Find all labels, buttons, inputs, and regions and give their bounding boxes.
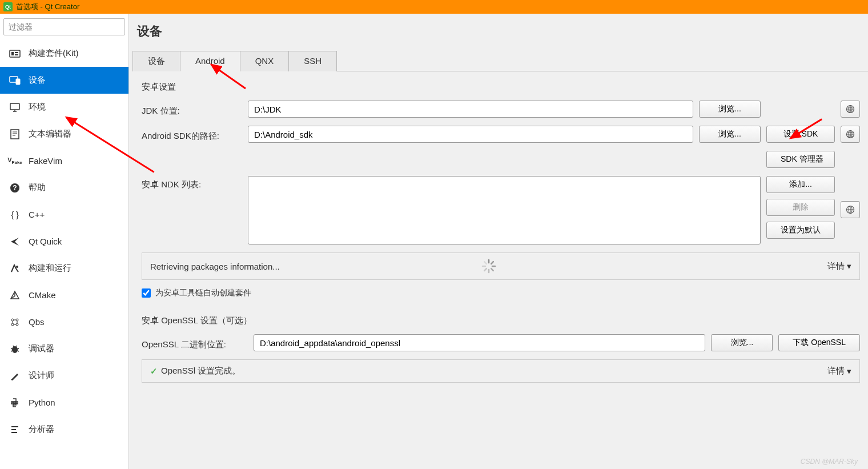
auto-kit-checkbox[interactable] (142, 288, 151, 298)
sidebar-item-design[interactable]: 设计师 (0, 362, 128, 389)
sidebar-item-label: 构建套件(Kit) (29, 48, 79, 59)
svg-text:?: ? (13, 184, 17, 192)
svg-point-24 (12, 346, 18, 353)
python-icon (8, 397, 22, 408)
content-area: 设备 设备AndroidQNXSSH 安卓设置 JDK 位置: 浏览... An… (129, 14, 868, 469)
jdk-globe-button[interactable] (841, 101, 860, 118)
sidebar-item-qbs[interactable]: Qbs (0, 308, 128, 335)
openssl-status-text: OpenSSl 设置完成。 (161, 366, 240, 376)
device-icon (8, 75, 22, 86)
sidebar-item-analyze[interactable]: 分析器 (0, 416, 128, 443)
sidebar-item-monitor[interactable]: 环境 (0, 94, 128, 121)
sdk-label: Android SDK的路径: (142, 127, 242, 142)
window-title: 首选项 - Qt Creator (16, 2, 79, 12)
sidebar-item-text[interactable]: 文本编辑器 (0, 121, 128, 147)
svg-line-26 (17, 348, 19, 349)
jdk-browse-button[interactable]: 浏览... (699, 101, 761, 118)
svg-line-28 (17, 351, 19, 351)
sidebar-list: 构建套件(Kit)设备环境文本编辑器VFakeFakeVim?帮助{ }C++Q… (0, 40, 128, 469)
quick-icon (8, 236, 22, 247)
openssl-details-dropdown[interactable]: 详情 ▾ (827, 366, 851, 376)
text-icon (8, 129, 22, 140)
svg-rect-6 (10, 103, 19, 110)
openssl-input[interactable] (254, 334, 705, 351)
tabs: 设备AndroidQNXSSH (132, 50, 868, 71)
openssl-section-title: 安卓 OpenSSL 设置（可选） (142, 315, 860, 326)
sidebar-item-python[interactable]: Python (0, 389, 128, 416)
sidebar-item-debug[interactable]: 调试器 (0, 335, 128, 362)
jdk-label: JDK 位置: (142, 102, 242, 117)
sidebar-item-cmake[interactable]: CMake (0, 282, 128, 308)
svg-rect-5 (16, 79, 20, 85)
sidebar-item-label: 设计师 (29, 370, 54, 381)
sidebar-item-quick[interactable]: Qt Quick (0, 228, 128, 255)
sidebar-item-label: 帮助 (29, 182, 46, 193)
setup-sdk-button[interactable]: 设置 SDK (766, 126, 835, 143)
ndk-globe-button[interactable] (841, 201, 860, 218)
sdk-browse-button[interactable]: 浏览... (699, 126, 761, 143)
debug-icon (8, 343, 22, 355)
sidebar-item-kit[interactable]: 构建套件(Kit) (0, 40, 128, 67)
vim-icon: VFake (8, 155, 22, 167)
status-text: Retrieving packages information... (150, 262, 481, 271)
openssl-download-button[interactable]: 下载 OpenSSL (778, 334, 860, 351)
sidebar-item-label: FakeVim (29, 156, 62, 166)
chevron-down-icon: ▾ (847, 366, 851, 376)
tab-ssh[interactable]: SSH (288, 51, 337, 71)
status-row: Retrieving packages information... 详情 ▾ (142, 252, 860, 280)
sdk-globe-button[interactable] (841, 126, 860, 143)
cmake-icon (8, 290, 22, 301)
sidebar-item-label: 构建和运行 (29, 263, 71, 274)
monitor-icon (8, 102, 22, 113)
filter-input[interactable] (3, 18, 125, 35)
analyze-icon (8, 424, 22, 435)
svg-rect-1 (11, 52, 14, 55)
qbs-icon (8, 316, 22, 328)
watermark: CSDN @MAR-Sky (801, 458, 858, 466)
svg-rect-3 (15, 54, 18, 55)
sidebar-item-label: C++ (29, 210, 45, 219)
checkmark-icon: ✓ (150, 366, 158, 376)
sidebar-item-label: 设备 (29, 75, 46, 86)
sidebar-item-build[interactable]: 构建和运行 (0, 255, 128, 282)
svg-rect-0 (10, 50, 20, 57)
svg-line-25 (11, 348, 13, 349)
sidebar-item-device[interactable]: 设备 (0, 67, 128, 94)
spinner-icon (481, 259, 496, 274)
openssl-status-row: ✓ OpenSSl 设置完成。 详情 ▾ (142, 359, 860, 383)
sdk-manager-button[interactable]: SDK 管理器 (766, 151, 835, 168)
svg-point-19 (16, 323, 18, 326)
tab-设备[interactable]: 设备 (132, 51, 180, 71)
openssl-label: OpenSSL 二进制位置: (142, 336, 248, 350)
ndk-list[interactable] (248, 176, 761, 244)
svg-point-15 (16, 266, 18, 268)
sidebar-item-label: Qt Quick (29, 236, 62, 246)
svg-line-27 (11, 351, 13, 351)
sidebar-item-vim[interactable]: VFakeFakeVim (0, 147, 128, 174)
details-dropdown[interactable]: 详情 ▾ (827, 261, 851, 272)
ndk-add-button[interactable]: 添加... (766, 176, 835, 193)
svg-point-16 (11, 319, 14, 321)
svg-line-47 (484, 262, 487, 264)
svg-line-41 (491, 262, 493, 264)
titlebar: Qt 首选项 - Qt Creator (0, 0, 868, 14)
sidebar-item-label: 调试器 (29, 343, 54, 354)
build-icon (8, 263, 22, 274)
sidebar-item-cpp[interactable]: { }C++ (0, 201, 128, 228)
android-section-title: 安卓设置 (142, 82, 860, 93)
help-icon: ? (8, 182, 22, 194)
tab-android[interactable]: Android (180, 51, 240, 71)
design-icon (8, 370, 22, 382)
sidebar-item-help[interactable]: ?帮助 (0, 174, 128, 201)
jdk-input[interactable] (248, 101, 693, 118)
ndk-default-button[interactable]: 设置为默认 (766, 222, 835, 239)
tab-content-android: 安卓设置 JDK 位置: 浏览... Android SDK的路径: 浏览...… (129, 71, 868, 469)
tab-qnx[interactable]: QNX (240, 51, 290, 71)
openssl-browse-button[interactable]: 浏览... (711, 334, 773, 351)
app-icon: Qt (3, 2, 13, 11)
chevron-down-icon: ▾ (847, 261, 851, 271)
sdk-input[interactable] (248, 126, 693, 143)
ndk-remove-button[interactable]: 删除 (766, 199, 835, 216)
sidebar-item-label: CMake (29, 290, 56, 300)
svg-rect-9 (11, 130, 19, 139)
